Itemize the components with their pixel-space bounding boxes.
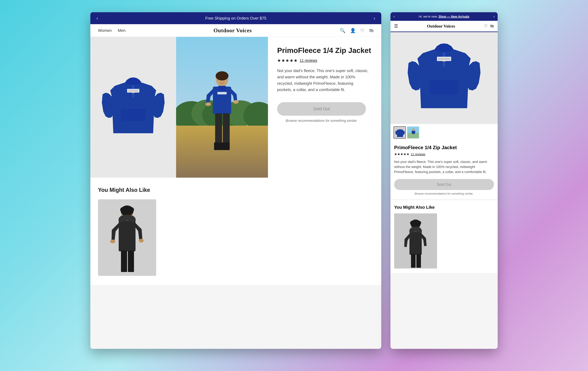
product-description: Not your dad's fleece. This one's super … (277, 68, 369, 93)
svg-rect-36 (119, 221, 136, 251)
mobile-nav: ☰ Outdoor Voices ♡ 🛍 (390, 21, 498, 31)
product-image-flat[interactable] (90, 37, 176, 178)
svg-point-59 (412, 128, 415, 131)
svg-rect-4 (128, 90, 139, 92)
mobile-star-rating: ★★★★★ (394, 152, 410, 156)
account-icon[interactable]: 👤 (350, 28, 356, 33)
nav-links: Women Men (98, 28, 126, 33)
mobile-review-link[interactable]: 11 reviews (411, 152, 425, 156)
mobile-cart-icon[interactable]: 🛍 (490, 24, 494, 29)
svg-rect-22 (218, 86, 226, 90)
desktop-browser: ‹ Free Shipping on Orders Over $75 › Wom… (90, 12, 381, 349)
mobile-browser: ‹ Hi, we're new. Shop — New Arrivals › ☰… (390, 12, 498, 349)
mobile-announcement-next[interactable]: › (493, 14, 494, 19)
mobile-announcement-link[interactable]: Shop — New Arrivals (439, 15, 470, 18)
thumbnail-1[interactable] (394, 126, 406, 139)
nav-icons: 🔍 👤 ♡ 🛍 (340, 28, 374, 33)
svg-rect-66 (411, 254, 416, 268)
search-icon[interactable]: 🔍 (340, 28, 346, 33)
svg-rect-28 (222, 142, 230, 150)
main-nav: Women Men Outdoor Voices 🔍 👤 ♡ 🛍 (90, 24, 381, 37)
product-section: PrimoFleece 1/4 Zip Jacket ★★★★★ 11 revi… (90, 37, 381, 178)
nav-men[interactable]: Men (118, 28, 126, 33)
svg-rect-65 (410, 232, 422, 255)
rating-row: ★★★★★ 11 reviews (277, 58, 372, 63)
svg-rect-26 (223, 113, 230, 144)
svg-point-35 (123, 205, 131, 211)
announcement-text: Free Shipping on Orders Over $75 (100, 16, 372, 21)
mobile-wishlist-icon[interactable]: ♡ (484, 24, 488, 29)
svg-point-64 (416, 221, 421, 225)
svg-rect-2 (121, 109, 146, 121)
svg-rect-25 (215, 113, 222, 144)
svg-point-63 (410, 221, 415, 225)
announcement-prev[interactable]: ‹ (95, 15, 100, 21)
announcement-bar: ‹ Free Shipping on Orders Over $75 › (90, 12, 381, 24)
product-image-lifestyle[interactable] (176, 37, 268, 178)
mobile-pre-text: Hi, we're new. (419, 15, 438, 18)
star-rating: ★★★★★ (277, 58, 298, 63)
mobile-thumbnails (390, 124, 498, 141)
mobile-rating-row: ★★★★★ 11 reviews (394, 152, 494, 156)
svg-rect-21 (213, 87, 231, 114)
svg-rect-39 (121, 251, 127, 272)
svg-rect-44 (430, 80, 458, 94)
svg-rect-67 (416, 254, 421, 268)
wishlist-icon[interactable]: ♡ (360, 28, 364, 33)
recommendations-section: You Might Also Like (90, 178, 381, 285)
svg-rect-40 (128, 251, 134, 272)
announcement-next[interactable]: › (372, 15, 377, 21)
svg-point-20 (216, 71, 229, 80)
hamburger-menu-icon[interactable]: ☰ (394, 24, 398, 29)
svg-point-38 (139, 239, 144, 242)
recommendations-title: You Might Also Like (98, 187, 374, 193)
svg-rect-29 (217, 92, 227, 94)
mobile-rec-title: You Might Also Like (394, 205, 494, 210)
mobile-announcement-bar: ‹ Hi, we're new. Shop — New Arrivals › (390, 12, 498, 21)
mobile-sold-out-button[interactable]: Sold Out (394, 179, 494, 190)
svg-rect-27 (214, 142, 222, 150)
sold-out-button[interactable]: Sold Out (277, 102, 366, 116)
product-details: PrimoFleece 1/4 Zip Jacket ★★★★★ 11 revi… (268, 37, 381, 178)
mobile-recommendations: You Might Also Like (390, 200, 498, 273)
nav-women[interactable]: Women (98, 28, 112, 33)
mobile-announcement-text: Hi, we're new. Shop — New Arrivals (395, 15, 493, 18)
browse-text: Browse recommendations for something sim… (277, 119, 366, 123)
svg-point-37 (110, 240, 115, 243)
mobile-rec-item-1[interactable] (394, 213, 437, 269)
cart-icon[interactable]: 🛍 (369, 28, 374, 33)
mobile-product-details: PrimoFleece 1/4 Zip Jacket ★★★★★ 11 revi… (390, 141, 498, 199)
mobile-browse-text: Browse recommendations for something sim… (394, 192, 494, 195)
mobile-brand: Outdoor Voices (427, 24, 455, 29)
mobile-nav-icons: ♡ 🛍 (484, 24, 494, 29)
svg-point-23 (206, 102, 211, 106)
review-link[interactable]: 11 reviews (300, 58, 317, 63)
svg-point-24 (233, 100, 239, 104)
product-title: PrimoFleece 1/4 Zip Jacket (277, 46, 372, 55)
product-images (90, 37, 268, 178)
mobile-announcement-prev[interactable]: ‹ (394, 14, 395, 19)
svg-rect-46 (438, 58, 450, 60)
rec-item-1[interactable] (98, 199, 156, 276)
mobile-product-title: PrimoFleece 1/4 Zip Jacket (394, 145, 494, 150)
thumbnail-2[interactable] (407, 126, 419, 139)
mobile-product-description: Not your dad's fleece. This one's super … (394, 159, 494, 174)
mobile-product-image[interactable] (390, 32, 498, 124)
nav-brand: Outdoor Voices (213, 27, 252, 34)
